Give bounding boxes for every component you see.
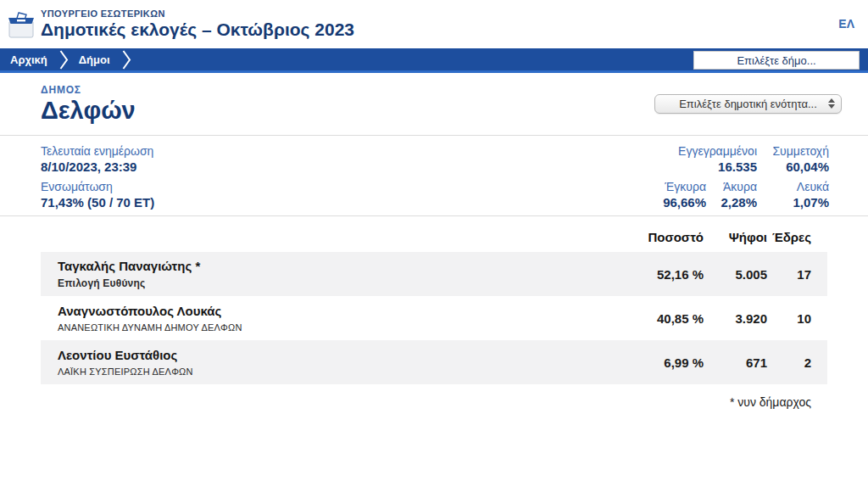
percent-value: 52,16 %: [619, 267, 704, 282]
stat-label: Εγγεγραμμένοι: [678, 144, 757, 158]
table-row[interactable]: Ταγκαλής Παναγιώτης * Επιλογή Ευθύνης 52…: [41, 252, 827, 296]
candidate-name: Ταγκαλής Παναγιώτης *: [58, 259, 619, 274]
stat-last-update: Τελευταία ενημέρωση 8/10/2023, 23:39: [41, 144, 153, 174]
stat-turnout: Συμμετοχή 60,04%: [772, 144, 829, 174]
party-name: ΑΝΑΝΕΩΤΙΚΗ ΔΥΝΑΜΗ ΔΗΜΟΥ ΔΕΛΦΩΝ: [58, 322, 619, 333]
stat-value: 8/10/2023, 23:39: [41, 159, 153, 174]
stat-value: 60,04%: [772, 159, 829, 174]
stats-section: Τελευταία ενημέρωση 8/10/2023, 23:39 Ενσ…: [0, 135, 868, 216]
stat-integration: Ενσωμάτωση 71,43% (50 / 70 ΕΤ): [41, 180, 154, 210]
votes-value: 671: [704, 355, 767, 370]
stat-label: Τελευταία ενημέρωση: [41, 144, 153, 158]
stat-label: Λευκά: [793, 180, 829, 193]
seats-value: 2: [767, 355, 811, 370]
stat-label: Συμμετοχή: [772, 144, 829, 158]
header-votes: Ψήφοι: [704, 230, 767, 244]
ministry-label: ΥΠΟΥΡΓΕΙΟ ΕΣΩΤΕΡΙΚΩΝ: [41, 8, 354, 19]
table-row[interactable]: Αναγνωστόπουλος Λουκάς ΑΝΑΝΕΩΤΙΚΗ ΔΥΝΑΜΗ…: [41, 296, 827, 340]
header-percent: Ποσοστό: [619, 230, 704, 244]
votes-value: 5.005: [704, 267, 767, 282]
stat-value: 16.535: [678, 159, 757, 174]
seats-value: 17: [767, 267, 811, 282]
municipal-unit-select[interactable]: Επιλέξτε δημοτική ενότητα...: [654, 94, 842, 114]
candidate-name: Αναγνωστόπουλος Λουκάς: [58, 304, 619, 319]
results-header-row: Ποσοστό Ψήφοι Έδρες: [41, 216, 827, 252]
municipality-section: ΔΗΜΟΣ Δελφών Επιλέξτε δημοτική ενότητα..…: [0, 73, 868, 135]
chevron-right-icon: [122, 48, 131, 70]
stat-registered: Εγγεγραμμένοι 16.535: [678, 144, 757, 174]
language-toggle[interactable]: ΕΛ: [838, 17, 854, 31]
party-name: Επιλογή Ευθύνης: [58, 277, 619, 289]
app-header: ΥΠΟΥΡΓΕΙΟ ΕΣΩΤΕΡΙΚΩΝ Δημοτικές εκλογές –…: [0, 0, 868, 48]
incumbent-footnote: * νυν δήμαρχος: [41, 395, 827, 409]
percent-value: 6,99 %: [619, 355, 704, 370]
stat-valid: Έγκυρα 96,66%: [663, 180, 706, 210]
stat-value: 71,43% (50 / 70 ΕΤ): [41, 195, 154, 210]
stat-label: Άκυρα: [721, 180, 757, 193]
municipal-unit-select-value: Επιλέξτε δημοτική ενότητα...: [679, 98, 817, 110]
page-title: Δημοτικές εκλογές – Οκτώβριος 2023: [41, 20, 354, 40]
table-row[interactable]: Λεοντίου Ευστάθιος ΛΑΪΚΗ ΣΥΣΠΕΙΡΩΣΗ ΔΕΛΦ…: [41, 340, 827, 384]
percent-value: 40,85 %: [619, 311, 704, 326]
stat-label: Έγκυρα: [663, 180, 706, 193]
stat-value: 1,07%: [793, 195, 829, 210]
chevron-right-icon: [59, 48, 69, 70]
breadcrumb-item-home[interactable]: Αρχική: [0, 53, 59, 66]
candidate-name: Λεοντίου Ευστάθιος: [58, 348, 619, 363]
stat-blank: Λευκά 1,07%: [793, 180, 829, 210]
stat-value: 96,66%: [663, 195, 706, 210]
votes-value: 3.920: [704, 311, 767, 326]
header-seats: Έδρες: [767, 230, 811, 244]
stat-invalid: Άκυρα 2,28%: [721, 180, 757, 210]
ballot-box-icon: [7, 9, 36, 40]
seats-value: 10: [767, 311, 811, 326]
stat-label: Ενσωμάτωση: [41, 180, 154, 193]
municipality-search-input[interactable]: [693, 51, 860, 70]
results-table: Ποσοστό Ψήφοι Έδρες Ταγκαλής Παναγιώτης …: [41, 216, 827, 384]
breadcrumb-item-municipalities[interactable]: Δήμοι: [69, 53, 122, 66]
breadcrumb: Αρχική Δήμοι: [0, 48, 868, 73]
select-stepper-icon: [828, 98, 835, 109]
party-name: ΛΑΪΚΗ ΣΥΣΠΕΙΡΩΣΗ ΔΕΛΦΩΝ: [58, 366, 619, 377]
stat-value: 2,28%: [721, 195, 757, 210]
